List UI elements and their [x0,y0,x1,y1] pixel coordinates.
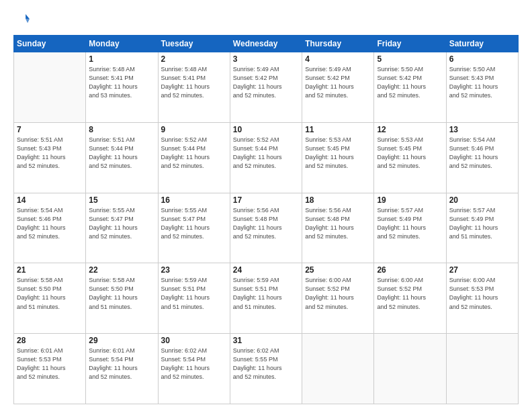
day-number: 31 [233,336,299,345]
day-cell: 17Sunrise: 5:56 AM Sunset: 5:48 PM Dayli… [230,193,302,263]
svg-marker-0 [26,14,30,19]
day-info: Sunrise: 5:56 AM Sunset: 5:48 PM Dayligh… [305,206,371,241]
day-number: 8 [89,125,154,134]
day-cell: 26Sunrise: 6:00 AM Sunset: 5:52 PM Dayli… [374,263,446,334]
week-row-2: 7Sunrise: 5:51 AM Sunset: 5:43 PM Daylig… [14,122,519,193]
header-cell-sunday: Sunday [14,36,86,52]
day-cell: 19Sunrise: 5:57 AM Sunset: 5:49 PM Dayli… [374,193,446,263]
day-info: Sunrise: 5:58 AM Sunset: 5:50 PM Dayligh… [89,276,154,311]
calendar-table: SundayMondayTuesdayWednesdayThursdayFrid… [13,35,519,404]
calendar-header: SundayMondayTuesdayWednesdayThursdayFrid… [14,36,519,52]
day-cell: 10Sunrise: 5:52 AM Sunset: 5:44 PM Dayli… [230,122,302,193]
day-info: Sunrise: 6:01 AM Sunset: 5:53 PM Dayligh… [17,347,83,381]
day-info: Sunrise: 6:00 AM Sunset: 5:53 PM Dayligh… [449,276,515,311]
day-cell [14,52,86,123]
day-info: Sunrise: 5:56 AM Sunset: 5:48 PM Dayligh… [233,206,299,241]
day-cell: 12Sunrise: 5:53 AM Sunset: 5:45 PM Dayli… [374,122,446,193]
day-number: 29 [89,336,154,345]
day-number: 17 [233,195,299,205]
day-number: 14 [17,195,83,205]
day-info: Sunrise: 5:57 AM Sunset: 5:49 PM Dayligh… [377,206,443,241]
day-cell: 20Sunrise: 5:57 AM Sunset: 5:49 PM Dayli… [446,193,518,263]
day-number: 12 [377,125,443,134]
day-info: Sunrise: 5:50 AM Sunset: 5:43 PM Dayligh… [449,65,515,100]
day-number: 16 [161,195,227,205]
day-cell: 1Sunrise: 5:48 AM Sunset: 5:41 PM Daylig… [86,52,158,123]
day-number: 20 [449,195,515,205]
day-cell: 22Sunrise: 5:58 AM Sunset: 5:50 PM Dayli… [86,263,158,334]
day-info: Sunrise: 5:59 AM Sunset: 5:51 PM Dayligh… [161,276,227,311]
day-info: Sunrise: 5:48 AM Sunset: 5:41 PM Dayligh… [161,65,227,100]
day-info: Sunrise: 5:57 AM Sunset: 5:49 PM Dayligh… [449,206,515,241]
day-number: 24 [233,265,299,275]
day-info: Sunrise: 6:00 AM Sunset: 5:52 PM Dayligh… [377,276,443,311]
day-cell: 21Sunrise: 5:58 AM Sunset: 5:50 PM Dayli… [14,263,86,334]
day-cell: 4Sunrise: 5:49 AM Sunset: 5:42 PM Daylig… [302,52,374,123]
week-row-4: 21Sunrise: 5:58 AM Sunset: 5:50 PM Dayli… [14,263,519,334]
day-cell: 14Sunrise: 5:54 AM Sunset: 5:46 PM Dayli… [14,193,86,263]
day-number: 23 [161,265,227,275]
day-number: 6 [449,54,515,64]
day-cell: 24Sunrise: 5:59 AM Sunset: 5:51 PM Dayli… [230,263,302,334]
day-info: Sunrise: 5:51 AM Sunset: 5:44 PM Dayligh… [89,136,154,171]
calendar-body: 1Sunrise: 5:48 AM Sunset: 5:41 PM Daylig… [14,52,519,404]
day-cell: 3Sunrise: 5:49 AM Sunset: 5:42 PM Daylig… [230,52,302,123]
svg-marker-1 [26,19,30,23]
day-cell [302,334,374,404]
day-info: Sunrise: 6:02 AM Sunset: 5:55 PM Dayligh… [233,347,299,381]
header-row: SundayMondayTuesdayWednesdayThursdayFrid… [14,36,519,52]
day-info: Sunrise: 5:55 AM Sunset: 5:47 PM Dayligh… [89,206,154,241]
week-row-3: 14Sunrise: 5:54 AM Sunset: 5:46 PM Dayli… [14,193,519,263]
day-number: 5 [377,54,443,64]
day-info: Sunrise: 5:58 AM Sunset: 5:50 PM Dayligh… [17,276,83,311]
day-info: Sunrise: 5:48 AM Sunset: 5:41 PM Dayligh… [89,65,154,100]
day-info: Sunrise: 5:49 AM Sunset: 5:42 PM Dayligh… [233,65,299,100]
day-info: Sunrise: 6:01 AM Sunset: 5:54 PM Dayligh… [89,347,154,381]
day-info: Sunrise: 5:52 AM Sunset: 5:44 PM Dayligh… [233,136,299,171]
day-cell: 8Sunrise: 5:51 AM Sunset: 5:44 PM Daylig… [86,122,158,193]
week-row-5: 28Sunrise: 6:01 AM Sunset: 5:53 PM Dayli… [14,334,519,404]
day-cell: 28Sunrise: 6:01 AM Sunset: 5:53 PM Dayli… [14,334,86,404]
day-info: Sunrise: 5:59 AM Sunset: 5:51 PM Dayligh… [233,276,299,311]
day-number: 7 [17,125,83,134]
day-number: 18 [305,195,371,205]
day-number: 3 [233,54,299,64]
header-cell-monday: Monday [86,36,158,52]
day-info: Sunrise: 6:02 AM Sunset: 5:54 PM Dayligh… [161,347,227,381]
day-number: 27 [449,265,515,275]
day-number: 19 [377,195,443,205]
logo [13,12,30,30]
day-cell: 5Sunrise: 5:50 AM Sunset: 5:42 PM Daylig… [374,52,446,123]
day-cell: 30Sunrise: 6:02 AM Sunset: 5:54 PM Dayli… [158,334,230,404]
day-number: 22 [89,265,154,275]
day-number: 26 [377,265,443,275]
header-cell-wednesday: Wednesday [230,36,302,52]
day-number: 30 [161,336,227,345]
day-number: 1 [89,54,154,64]
day-number: 28 [17,336,83,345]
day-cell: 16Sunrise: 5:55 AM Sunset: 5:47 PM Dayli… [158,193,230,263]
day-cell: 7Sunrise: 5:51 AM Sunset: 5:43 PM Daylig… [14,122,86,193]
header [13,12,519,30]
day-number: 10 [233,125,299,134]
day-info: Sunrise: 5:54 AM Sunset: 5:46 PM Dayligh… [17,206,83,241]
header-cell-friday: Friday [374,36,446,52]
day-number: 13 [449,125,515,134]
day-cell: 11Sunrise: 5:53 AM Sunset: 5:45 PM Dayli… [302,122,374,193]
day-info: Sunrise: 5:49 AM Sunset: 5:42 PM Dayligh… [305,65,371,100]
day-info: Sunrise: 5:52 AM Sunset: 5:44 PM Dayligh… [161,136,227,171]
day-info: Sunrise: 6:00 AM Sunset: 5:52 PM Dayligh… [305,276,371,311]
day-cell: 13Sunrise: 5:54 AM Sunset: 5:46 PM Dayli… [446,122,518,193]
day-number: 4 [305,54,371,64]
week-row-1: 1Sunrise: 5:48 AM Sunset: 5:41 PM Daylig… [14,52,519,123]
day-cell [446,334,518,404]
day-number: 15 [89,195,154,205]
day-info: Sunrise: 5:54 AM Sunset: 5:46 PM Dayligh… [449,136,515,171]
day-cell: 31Sunrise: 6:02 AM Sunset: 5:55 PM Dayli… [230,334,302,404]
day-info: Sunrise: 5:53 AM Sunset: 5:45 PM Dayligh… [377,136,443,171]
day-number: 11 [305,125,371,134]
day-cell: 9Sunrise: 5:52 AM Sunset: 5:44 PM Daylig… [158,122,230,193]
day-cell: 27Sunrise: 6:00 AM Sunset: 5:53 PM Dayli… [446,263,518,334]
header-cell-thursday: Thursday [302,36,374,52]
logo-icon [15,12,30,27]
